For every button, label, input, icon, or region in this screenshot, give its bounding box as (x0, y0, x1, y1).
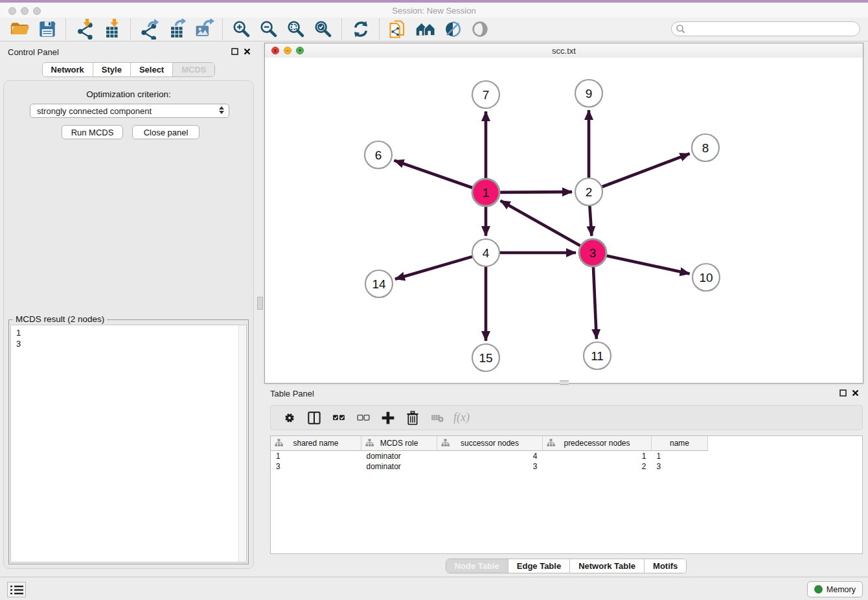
tab-network-table[interactable]: Network Table (569, 559, 644, 573)
run-mcds-button[interactable]: Run MCDS (62, 125, 123, 139)
zoom-out-icon[interactable] (258, 18, 280, 40)
graph-edge-1-6[interactable] (394, 161, 473, 188)
deselect-all-icon[interactable] (354, 408, 373, 428)
export-image-icon[interactable] (193, 18, 215, 40)
table-row[interactable]: 3dominator323 (271, 461, 862, 472)
tab-network[interactable]: Network (43, 63, 93, 76)
graph-edge-2-3[interactable] (589, 206, 591, 236)
session-title: Session: New Session (0, 6, 868, 16)
close-panel-icon[interactable] (244, 48, 251, 55)
cell-name[interactable]: 3 (652, 461, 708, 472)
close-panel-icon[interactable] (852, 389, 859, 397)
graph-node-label: 4 (483, 246, 490, 260)
graph-node-label: 1 (483, 186, 490, 200)
zoom-selected-icon[interactable] (312, 18, 334, 40)
tab-select[interactable]: Select (130, 63, 172, 76)
birds-eye-icon[interactable] (469, 18, 491, 40)
network-canvas[interactable]: 1234678910111415 (265, 58, 863, 383)
cell-name[interactable]: 1 (652, 451, 708, 462)
table-filler (708, 436, 863, 451)
graph-node-label: 10 (699, 271, 713, 284)
tab-edge-table[interactable]: Edge Table (508, 559, 569, 573)
cell-shared-name[interactable]: 1 (271, 451, 361, 462)
table-panel-title: Table Panel (270, 389, 314, 398)
column-header-MCDS-role[interactable]: MCDS role (361, 436, 437, 451)
node-table[interactable]: shared nameMCDS rolesuccessor nodesprede… (270, 435, 863, 554)
mcds-result-box: MCDS result (2 nodes) 13 (8, 319, 249, 564)
mcds-result-textarea[interactable]: 13 (10, 325, 247, 562)
tree-icon (441, 439, 450, 447)
network-file-icon[interactable] (387, 18, 409, 40)
toolbar-separator (130, 19, 131, 40)
tab-node-table[interactable]: Node Table (446, 559, 508, 573)
graph-node-label: 3 (589, 246, 597, 260)
cell-successor-nodes[interactable]: 3 (437, 461, 543, 472)
tree-icon (547, 439, 555, 447)
memory-status-icon (814, 585, 823, 594)
horizontal-splitter-handle[interactable] (560, 380, 569, 385)
graph-edge-4-14[interactable] (395, 257, 472, 279)
graph-edge-2-8[interactable] (602, 154, 690, 187)
graph-node-label: 6 (375, 148, 382, 162)
home-icon[interactable] (415, 18, 437, 40)
cell-predecessor-nodes[interactable]: 2 (543, 461, 652, 472)
import-network-icon[interactable] (74, 18, 96, 40)
network-view-title: scc.txt (265, 46, 863, 56)
graph-node-label: 8 (702, 141, 709, 155)
tab-style[interactable]: Style (93, 63, 130, 76)
mcds-result-values: 13 (11, 325, 246, 352)
search-field[interactable] (671, 21, 860, 36)
float-panel-icon[interactable] (231, 48, 238, 55)
result-line: 3 (16, 339, 241, 350)
zoom-fit-icon[interactable] (285, 18, 307, 40)
criterion-select[interactable]: strongly connected component (30, 104, 229, 118)
network-graph[interactable]: 1234678910111415 (265, 58, 863, 383)
cell-MCDS-role[interactable]: dominator (361, 451, 437, 462)
gear-icon[interactable] (280, 408, 299, 428)
network-window-titlebar[interactable]: x – + scc.txt (265, 43, 863, 58)
cell-successor-nodes[interactable]: 4 (437, 451, 543, 462)
close-panel-button[interactable]: Close panel (132, 125, 200, 139)
column-header-shared-name[interactable]: shared name (271, 436, 361, 451)
open-folder-icon[interactable] (9, 18, 31, 40)
vertical-splitter-handle[interactable] (257, 297, 263, 310)
columns-icon[interactable] (304, 408, 324, 428)
tab-motifs[interactable]: Motifs (644, 559, 686, 573)
cell-shared-name[interactable]: 3 (271, 461, 361, 472)
result-scrollbar[interactable] (238, 325, 246, 562)
save-icon[interactable] (36, 18, 58, 40)
graph-edge-3-11[interactable] (593, 267, 597, 339)
column-header-successor-nodes[interactable]: successor nodes (437, 436, 543, 451)
graph-node-label: 9 (586, 87, 593, 100)
graph-edge-3-10[interactable] (606, 256, 689, 274)
zoom-in-icon[interactable] (231, 18, 253, 40)
cell-MCDS-role[interactable]: dominator (361, 461, 437, 472)
export-network-icon[interactable] (139, 18, 161, 40)
cell-predecessor-nodes[interactable]: 1 (543, 451, 652, 462)
float-panel-icon[interactable] (839, 389, 847, 397)
graph-edge-3-1[interactable] (501, 201, 580, 246)
search-icon (676, 24, 685, 34)
task-history-button[interactable] (7, 582, 26, 597)
export-table-icon[interactable] (166, 18, 188, 40)
cell-empty (708, 451, 863, 462)
trash-icon[interactable] (403, 408, 422, 428)
import-table-icon[interactable] (101, 18, 123, 40)
select-all-icon[interactable] (329, 408, 348, 428)
cell-empty (708, 461, 863, 472)
tree-icon (275, 439, 283, 447)
fx-function-builder: f(x) (453, 411, 470, 424)
table-row[interactable]: 1dominator411 (271, 451, 862, 462)
graph-edge-1-2[interactable] (500, 192, 572, 192)
criterion-selected-value: strongly connected component (37, 106, 152, 116)
status-bar: Memory (0, 577, 868, 600)
memory-button[interactable]: Memory (807, 581, 863, 597)
style-toggle-icon[interactable] (442, 18, 464, 40)
add-icon[interactable] (378, 408, 398, 428)
refresh-icon[interactable] (350, 18, 372, 40)
mcds-result-title: MCDS result (2 nodes) (13, 314, 107, 324)
column-header-predecessor-nodes[interactable]: predecessor nodes (543, 436, 652, 451)
tab-mcds[interactable]: MCDS (172, 63, 214, 76)
select-stepper-icon (219, 106, 224, 114)
column-header-name[interactable]: name (652, 436, 708, 451)
